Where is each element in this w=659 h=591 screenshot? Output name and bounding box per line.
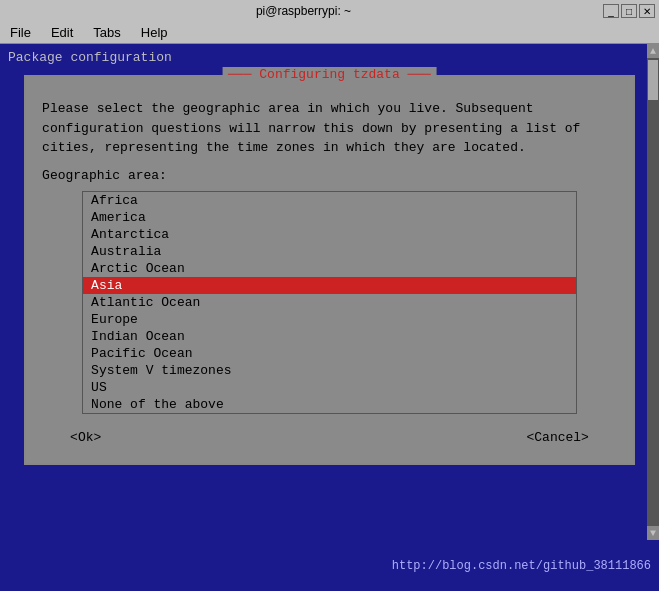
close-button[interactable]: ✕ [639,4,655,18]
menu-item-help[interactable]: Help [135,23,174,42]
dialog-description: Please select the geographic area in whi… [42,99,617,158]
scroll-thumb[interactable] [648,60,658,100]
status-url: http://blog.csdn.net/github_38111866 [392,559,651,573]
menu-item-tabs[interactable]: Tabs [87,23,126,42]
list-item[interactable]: US [83,379,576,396]
dialog-title: ─── Configuring tzdata ─── [222,67,437,82]
list-item[interactable]: Atlantic Ocean [83,294,576,311]
tzdata-dialog: ─── Configuring tzdata ─── Please select… [24,75,635,465]
window-title: pi@raspberrypi: ~ [4,4,603,18]
minimize-button[interactable]: _ [603,4,619,18]
list-item[interactable]: America [83,209,576,226]
package-config-label: Package configuration [8,50,651,65]
cancel-button[interactable]: <Cancel> [519,428,597,447]
maximize-button[interactable]: □ [621,4,637,18]
list-item[interactable]: Asia [83,277,576,294]
menu-item-edit[interactable]: Edit [45,23,79,42]
list-item[interactable]: Australia [83,243,576,260]
dialog-title-dashes-right: ─── [400,67,431,82]
menu-item-file[interactable]: File [4,23,37,42]
list-item[interactable]: Indian Ocean [83,328,576,345]
terminal-content: Package configuration ─── Configuring tz… [0,44,659,540]
window-controls: _ □ ✕ [603,4,655,18]
list-item[interactable]: Antarctica [83,226,576,243]
list-item[interactable]: Pacific Ocean [83,345,576,362]
geo-area-list[interactable]: AfricaAmericaAntarcticaAustraliaArctic O… [82,191,577,414]
list-item[interactable]: System V timezones [83,362,576,379]
list-item[interactable]: Africa [83,192,576,209]
list-item[interactable]: Europe [83,311,576,328]
dialog-title-dashes-left: ─── [228,67,259,82]
status-bar: http://blog.csdn.net/github_38111866 [0,540,659,591]
scroll-down-arrow[interactable]: ▼ [647,526,659,540]
dialog-title-text: Configuring tzdata [259,67,399,82]
title-bar: pi@raspberrypi: ~ _ □ ✕ [0,0,659,22]
dialog-buttons: <Ok> <Cancel> [42,428,617,447]
list-item[interactable]: None of the above [83,396,576,413]
ok-button[interactable]: <Ok> [62,428,109,447]
terminal-scrollbar[interactable]: ▲ ▼ [647,44,659,540]
list-item[interactable]: Arctic Ocean [83,260,576,277]
geo-area-label: Geographic area: [42,168,617,183]
scroll-up-arrow[interactable]: ▲ [647,44,659,58]
menu-bar: FileEditTabsHelp [0,22,659,44]
